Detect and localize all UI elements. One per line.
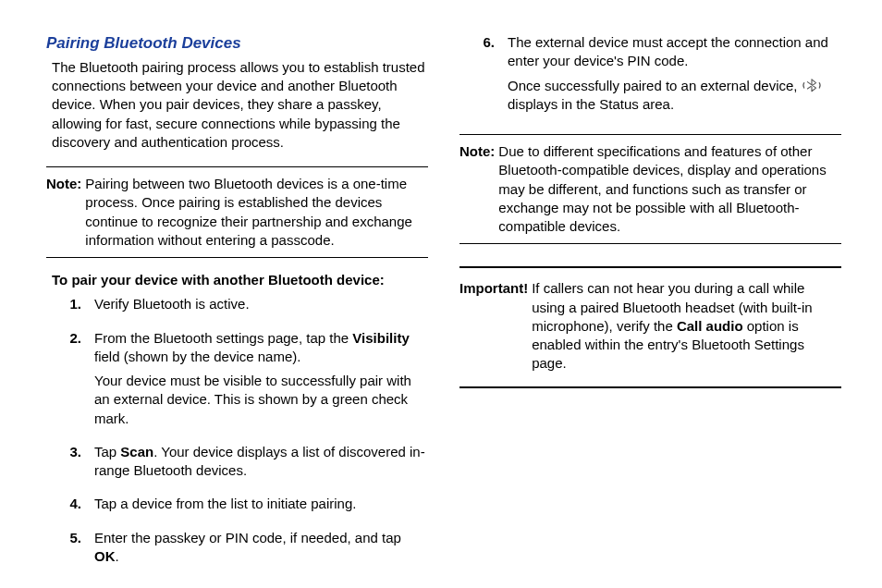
left-column: Pairing Bluetooth Devices The Bluetooth … xyxy=(46,33,428,581)
two-column-layout: Pairing Bluetooth Devices The Bluetooth … xyxy=(46,33,841,581)
important-body: If callers can not hear you during a cal… xyxy=(532,279,841,373)
page-footer: Changing Your Settings 239 xyxy=(46,581,841,588)
manual-page: Pairing Bluetooth Devices The Bluetooth … xyxy=(0,0,882,588)
step-2: From the Bluetooth settings page, tap th… xyxy=(55,329,428,434)
bluetooth-connected-icon xyxy=(802,79,822,93)
bold-term: Scan xyxy=(120,444,153,459)
step-3: Tap Scan. Your device displays a list of… xyxy=(55,443,428,486)
step-text: Verify Bluetooth is active. xyxy=(94,295,428,313)
divider xyxy=(459,386,841,388)
step-5: Enter the passkey or PIN code, if needed… xyxy=(55,529,428,572)
bold-term: OK xyxy=(94,548,116,564)
note-block: Note: Due to different specifications an… xyxy=(459,134,841,244)
right-column: The external device must accept the conn… xyxy=(459,33,841,581)
divider xyxy=(459,266,841,268)
note-body: Due to different specifications and feat… xyxy=(498,142,841,236)
steps-list-part2: The external device must accept the conn… xyxy=(459,33,841,129)
section-heading: Pairing Bluetooth Devices xyxy=(46,33,428,55)
note-body: Pairing between two Bluetooth devices is… xyxy=(85,175,428,250)
bold-term: Call audio xyxy=(677,318,743,334)
step-text: From the Bluetooth settings page, tap th… xyxy=(94,329,428,367)
intro-paragraph: The Bluetooth pairing process allows you… xyxy=(52,58,428,152)
step-text: Your device must be visible to successfu… xyxy=(94,372,428,428)
important-block: Important! If callers can not hear you d… xyxy=(459,279,841,373)
step-6: The external device must accept the conn… xyxy=(469,33,841,119)
note-label: Note: xyxy=(46,175,81,250)
step-text: Enter the passkey or PIN code, if needed… xyxy=(94,529,428,567)
note-block: Note: Pairing between two Bluetooth devi… xyxy=(46,166,428,258)
step-text: Once successfully paired to an external … xyxy=(508,77,841,115)
procedure-subheading: To pair your device with another Bluetoo… xyxy=(52,271,428,289)
step-text: Tap a device from the list to initiate p… xyxy=(94,495,428,513)
step-text: The external device must accept the conn… xyxy=(508,33,841,71)
note-label: Note: xyxy=(459,142,495,236)
step-4: Tap a device from the list to initiate p… xyxy=(55,495,428,519)
bold-term: Visibility xyxy=(352,330,409,346)
important-label: Important! xyxy=(459,279,528,373)
step-text: Tap Scan. Your device displays a list of… xyxy=(94,443,428,481)
step-1: Verify Bluetooth is active. xyxy=(55,295,428,319)
steps-list-part1: Verify Bluetooth is active. From the Blu… xyxy=(46,295,428,581)
